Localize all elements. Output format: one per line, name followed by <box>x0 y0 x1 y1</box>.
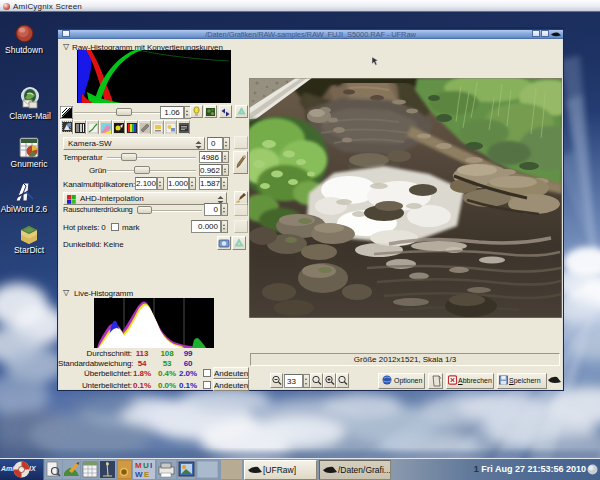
svg-text:M: M <box>135 461 142 470</box>
svg-text:E: E <box>144 470 150 479</box>
svg-text:U: U <box>143 461 149 470</box>
svg-text:I: I <box>150 461 152 470</box>
svg-text:W: W <box>135 470 143 479</box>
